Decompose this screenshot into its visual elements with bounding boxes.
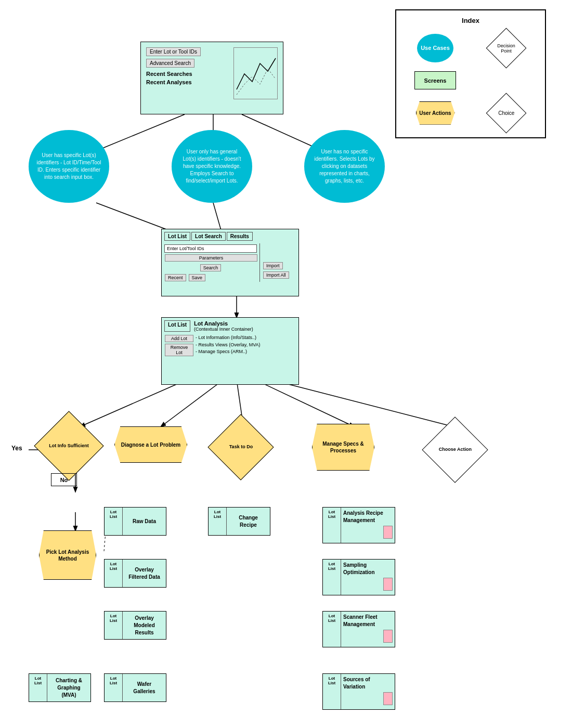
lot-search-right: Import Import All xyxy=(259,243,296,282)
overlay-modeled-lot-list: LotList xyxy=(105,612,123,639)
advanced-search-btn[interactable]: Advanced Search xyxy=(146,59,194,68)
lot-search-tabs: Lot List Lot Search Results xyxy=(164,232,296,241)
lot-analysis-item-2: - Results Views (Overlay, MVA) xyxy=(196,342,296,349)
lot-search-left: Enter Lot/Tool IDs Parameters Search Rec… xyxy=(164,243,257,282)
svg-line-7 xyxy=(161,380,224,426)
index-box: Index Use Cases Decision Point Screens U… xyxy=(395,9,546,138)
sampling-opt-body: Sampling Optimization xyxy=(341,560,395,595)
user-actions-shape: User Actions xyxy=(416,101,455,125)
sources-variation-body: Sources of Variation xyxy=(341,674,395,709)
choice-container: Choice xyxy=(485,95,527,131)
analysis-recipe-pink-box xyxy=(383,526,393,539)
manage-specs-label: Manage Specs & Processes xyxy=(313,440,374,454)
lot-analysis-item-3: - Manage Specs (ARM..) xyxy=(196,348,296,356)
manage-specs-diamond: Manage Specs & Processes xyxy=(312,424,374,471)
use-cases-label: Use Cases xyxy=(421,45,450,51)
chart-svg xyxy=(234,48,278,99)
diagnose-shape: Diagnose a Lot Problem xyxy=(114,426,187,463)
use-cases-shape: Use Cases xyxy=(417,34,453,62)
overlay-filtered-screen: LotList Overlay Filtered Data xyxy=(104,559,166,588)
overlay-filtered-content: Overlay Filtered Data xyxy=(123,560,166,587)
sources-variation-lot-list: LotList xyxy=(323,674,341,709)
lot-analysis-tabs: Lot List Lot Analysis (Contextual Inner … xyxy=(164,320,296,332)
bubble2-text: User only has general Lot(s) identifiers… xyxy=(179,148,244,185)
diagram-container: Index Use Cases Decision Point Screens U… xyxy=(0,0,572,728)
lot-search-tab[interactable]: Lot Search xyxy=(191,232,226,241)
sampling-opt-screen: LotList Sampling Optimization xyxy=(322,559,395,595)
top-screen: Enter Lot or Tool IDs Advanced Search Re… xyxy=(140,42,283,114)
lot-analysis-item-1: - Lot Information (Info/Stats..) xyxy=(196,334,296,342)
use-case-bubble-3: User has no specific identifiers. Select… xyxy=(304,130,385,203)
enter-lot-tool-input[interactable]: Enter Lot/Tool IDs xyxy=(164,244,257,253)
pick-lot-analysis-diamond: Pick Lot Analysis Method xyxy=(39,530,96,580)
index-title: Index xyxy=(402,17,539,24)
lot-analysis-screen: Lot List Lot Analysis (Contextual Inner … xyxy=(161,317,299,385)
raw-data-content: Raw Data xyxy=(123,508,166,535)
choice-shape: Choice xyxy=(486,93,526,133)
choose-action-label: Choose Action xyxy=(436,447,475,453)
import-all-btn[interactable]: Import All xyxy=(263,271,289,279)
remove-lot-btn[interactable]: Remove Lot xyxy=(165,344,193,356)
svg-line-9 xyxy=(255,380,354,426)
index-grid: Use Cases Decision Point Screens User Ac… xyxy=(402,30,539,131)
lot-analysis-tab[interactable]: Lot Analysis xyxy=(194,320,253,327)
scanner-fleet-body: Scanner Fleet Management xyxy=(341,612,395,647)
lot-list-tab-2[interactable]: Lot List xyxy=(164,320,190,332)
user-actions-label: User Actions xyxy=(419,110,451,116)
svg-line-6 xyxy=(81,380,187,426)
task-to-do-label: Task to Do xyxy=(222,444,261,450)
search-btn[interactable]: Search xyxy=(200,264,222,271)
lot-search-screen: Lot List Lot Search Results Enter Lot/To… xyxy=(161,229,299,296)
add-lot-btn[interactable]: Add Lot xyxy=(165,335,193,342)
analysis-recipe-lot-list: LotList xyxy=(323,508,341,543)
change-recipe-lot-list: LotList xyxy=(209,508,227,535)
screens-label: Screens xyxy=(424,77,447,84)
charting-screen: LotList Charting & Graphing (MVA) xyxy=(29,673,91,702)
sources-variation-screen: LotList Sources of Variation xyxy=(322,673,395,710)
sampling-opt-content: Sampling Optimization xyxy=(343,562,393,576)
overlay-filtered-lot-list: LotList xyxy=(105,560,123,587)
diagnose-label: Diagnose a Lot Problem xyxy=(121,442,180,448)
lot-analysis-tab-container: Lot Analysis (Contextual Inner Container… xyxy=(191,320,253,332)
choice-label: Choice xyxy=(493,110,519,116)
wafer-galleries-lot-list: LotList xyxy=(105,674,123,701)
charting-lot-list: LotList xyxy=(29,674,47,701)
analysis-recipe-content: Analysis Recipe Management xyxy=(343,510,393,524)
decision-point-label: Decision Point xyxy=(493,43,519,53)
pick-lot-analysis-label: Pick Lot Analysis Method xyxy=(40,549,96,562)
overlay-modeled-screen: LotList Overlay Modeled Results xyxy=(104,611,166,640)
yes-label: Yes xyxy=(11,445,22,452)
save-btn[interactable]: Save xyxy=(189,274,206,281)
svg-line-2 xyxy=(242,114,322,151)
raw-data-screen: LotList Raw Data xyxy=(104,507,166,536)
use-case-bubble-2: User only has general Lot(s) identifiers… xyxy=(172,130,252,203)
import-btn[interactable]: Import xyxy=(263,262,283,269)
bubble3-text: User has no specific identifiers. Select… xyxy=(312,148,377,185)
overlay-modeled-content: Overlay Modeled Results xyxy=(123,612,166,639)
analysis-recipe-body: Analysis Recipe Management xyxy=(341,508,395,543)
lot-list-tab[interactable]: Lot List xyxy=(164,232,190,241)
lot-info-label: Lot Info Sufficient xyxy=(48,443,90,449)
lot-analysis-left: Add Lot Remove Lot xyxy=(164,334,193,357)
wafer-galleries-content: Wafer Galleries xyxy=(123,674,166,701)
recent-btn[interactable]: Recent xyxy=(165,274,186,281)
change-recipe-content: Change Recipe xyxy=(227,508,270,535)
decision-point-shape: Decision Point xyxy=(486,28,526,68)
decision-point-container: Decision Point xyxy=(485,30,527,66)
results-tab[interactable]: Results xyxy=(227,232,253,241)
choose-action-diamond: Choose Action xyxy=(422,417,488,483)
scanner-fleet-screen: LotList Scanner Fleet Management xyxy=(322,611,395,647)
screens-shape: Screens xyxy=(414,71,456,89)
lot-analysis-body: Add Lot Remove Lot - Lot Information (In… xyxy=(164,334,296,357)
parameters-btn[interactable]: Parameters xyxy=(165,254,257,262)
analysis-recipe-screen: LotList Analysis Recipe Management xyxy=(322,507,395,543)
wafer-galleries-screen: LotList Wafer Galleries xyxy=(104,673,166,702)
scanner-fleet-pink-box xyxy=(383,630,393,643)
scanner-fleet-content: Scanner Fleet Management xyxy=(343,614,393,628)
lot-analysis-subtitle: (Contextual Inner Container) xyxy=(194,327,253,332)
lot-info-sufficient-diamond: Lot Info Sufficient xyxy=(34,411,103,480)
no-label: No xyxy=(51,473,77,486)
chart-area xyxy=(233,47,278,99)
enter-lot-tool-ids-btn[interactable]: Enter Lot or Tool IDs xyxy=(146,47,201,56)
sources-variation-pink-box xyxy=(383,692,393,705)
